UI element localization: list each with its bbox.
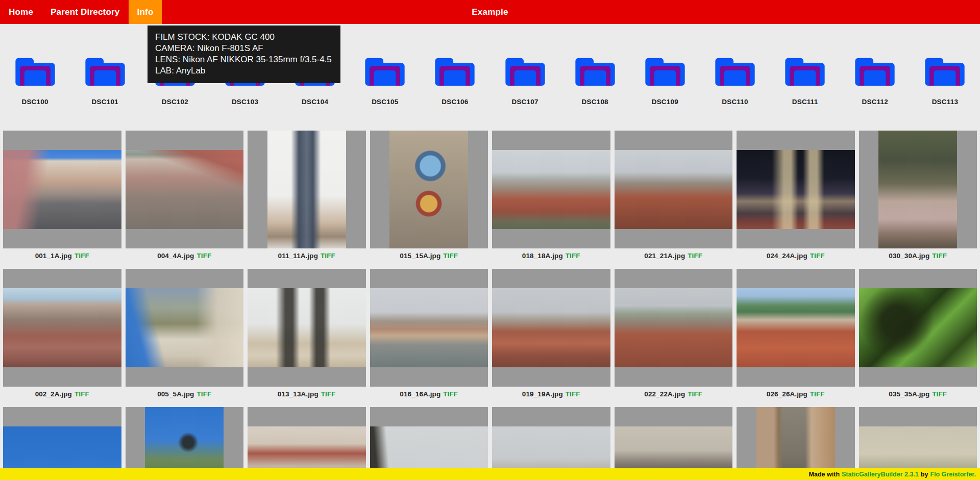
folder-icon — [85, 56, 125, 86]
photo-filename: 018_18A.jpg — [522, 252, 563, 260]
photo-format-link[interactable]: TIFF — [197, 390, 211, 398]
photo-image — [615, 288, 733, 367]
photo-image — [248, 288, 366, 367]
photo-image — [126, 288, 244, 367]
photo-caption: 011_11A.jpg TIFF — [248, 248, 366, 269]
nav-item-home[interactable]: Home — [0, 0, 42, 24]
photo-thumbnail[interactable] — [615, 131, 733, 248]
photo-filename: 002_2A.jpg — [35, 390, 72, 398]
folder-item[interactable]: DSC101 — [70, 56, 140, 106]
photo-format-link[interactable]: TIFF — [932, 390, 947, 398]
photo-format-link[interactable]: TIFF — [566, 252, 580, 260]
folder-item[interactable]: DSC109 — [630, 56, 700, 106]
photo-thumbnail[interactable] — [737, 131, 855, 248]
folder-label: DSC103 — [232, 98, 258, 106]
tooltip-line-lab: LAB: AnyLab — [155, 65, 332, 77]
photo-format-link[interactable]: TIFF — [75, 252, 89, 260]
photo-image — [389, 131, 468, 248]
photo-format-link[interactable]: TIFF — [443, 252, 458, 260]
photo-thumbnail[interactable] — [370, 269, 488, 387]
nav-item-info[interactable]: Info — [129, 0, 162, 24]
photo-format-link[interactable]: TIFF — [932, 252, 947, 260]
photo-format-link[interactable]: TIFF — [566, 390, 580, 398]
folder-item[interactable]: DSC108 — [560, 56, 630, 106]
footer-builder-link[interactable]: StaticGalleryBuilder 2.3.1 — [842, 471, 919, 478]
photo-filename: 035_35A.jpg — [889, 390, 929, 398]
photo-image — [126, 150, 244, 229]
photo-format-link[interactable]: TIFF — [810, 390, 825, 398]
footer-made-with-text: Made with — [809, 471, 840, 478]
footer-author-link[interactable]: Flo Greistorfer. — [930, 471, 976, 478]
folder-item[interactable]: DSC100 — [0, 56, 70, 106]
folder-item[interactable]: DSC107 — [490, 56, 560, 106]
folder-label: DSC105 — [372, 98, 398, 106]
folder-icon — [505, 56, 545, 86]
photo-cell: 016_16A.jpg TIFF — [370, 269, 488, 407]
folder-label: DSC108 — [582, 98, 608, 106]
photo-cell: 002_2A.jpg TIFF — [3, 269, 121, 407]
info-tooltip: FILM STOCK: KODAK GC 400 CAMERA: Nikon F… — [148, 26, 340, 83]
photo-thumbnail[interactable] — [370, 131, 488, 248]
photo-thumbnail[interactable] — [248, 269, 366, 387]
photo-image — [3, 150, 121, 229]
photo-format-link[interactable]: TIFF — [688, 252, 702, 260]
folder-label: DSC110 — [722, 98, 748, 106]
photo-caption: 005_5A.jpg TIFF — [126, 387, 244, 407]
photo-image — [859, 288, 977, 367]
photo-thumbnail[interactable] — [859, 131, 977, 248]
photo-image — [267, 131, 346, 248]
folder-item[interactable]: DSC111 — [770, 56, 840, 106]
folder-icon — [645, 56, 685, 86]
photo-grid: 001_1A.jpg TIFF 004_4A.jpg TIFF 011_11A.… — [0, 131, 980, 480]
photo-image — [878, 131, 957, 248]
folder-item[interactable]: DSC110 — [700, 56, 770, 106]
photo-thumbnail[interactable] — [126, 131, 244, 248]
photo-caption: 030_30A.jpg TIFF — [859, 248, 977, 269]
photo-cell: 022_22A.jpg TIFF — [615, 269, 733, 407]
photo-filename: 004_4A.jpg — [157, 252, 194, 260]
photo-format-link[interactable]: TIFF — [321, 390, 336, 398]
photo-filename: 030_30A.jpg — [889, 252, 929, 260]
photo-filename: 026_26A.jpg — [767, 390, 807, 398]
photo-filename: 021_21A.jpg — [644, 252, 685, 260]
folder-label: DSC102 — [162, 98, 188, 106]
folder-item[interactable]: DSC106 — [420, 56, 490, 106]
photo-thumbnail[interactable] — [492, 269, 610, 387]
photo-filename: 005_5A.jpg — [157, 390, 194, 398]
folder-label: DSC100 — [21, 98, 48, 106]
photo-format-link[interactable]: TIFF — [75, 390, 89, 398]
photo-caption: 004_4A.jpg TIFF — [126, 248, 244, 269]
photo-thumbnail[interactable] — [3, 269, 121, 387]
nav-item-parent-directory[interactable]: Parent Directory — [42, 0, 128, 24]
photo-caption: 015_15A.jpg TIFF — [370, 248, 488, 269]
photo-caption: 016_16A.jpg TIFF — [370, 387, 488, 407]
photo-image — [737, 150, 855, 229]
photo-format-link[interactable]: TIFF — [810, 252, 825, 260]
photo-filename: 013_13A.jpg — [278, 390, 318, 398]
photo-format-link[interactable]: TIFF — [688, 390, 702, 398]
photo-filename: 015_15A.jpg — [400, 252, 440, 260]
photo-cell: 001_1A.jpg TIFF — [3, 131, 121, 269]
folder-item[interactable]: DSC105 — [350, 56, 420, 106]
photo-format-link[interactable]: TIFF — [321, 252, 335, 260]
photo-caption: 019_19A.jpg TIFF — [492, 387, 610, 407]
photo-format-link[interactable]: TIFF — [197, 252, 211, 260]
folder-item[interactable]: DSC112 — [840, 56, 910, 106]
photo-thumbnail[interactable] — [248, 131, 366, 248]
folder-icon — [855, 56, 895, 86]
photo-image — [492, 288, 610, 367]
photo-format-link[interactable]: TIFF — [443, 390, 458, 398]
tooltip-line-film-stock: FILM STOCK: KODAK GC 400 — [155, 32, 332, 43]
photo-thumbnail[interactable] — [737, 269, 855, 387]
photo-thumbnail[interactable] — [859, 269, 977, 387]
tooltip-line-lens: LENS: Nikon AF NIKKOR 35-135mm f/3.5-4.5 — [155, 54, 332, 65]
photo-cell: 024_24A.jpg TIFF — [737, 131, 855, 269]
photo-thumbnail[interactable] — [615, 269, 733, 387]
folder-label: DSC101 — [92, 98, 118, 106]
photo-thumbnail[interactable] — [3, 131, 121, 248]
folder-icon — [435, 56, 475, 86]
page-title: Example — [472, 0, 508, 24]
photo-thumbnail[interactable] — [492, 131, 610, 248]
photo-thumbnail[interactable] — [126, 269, 244, 387]
folder-item[interactable]: DSC113 — [910, 56, 980, 106]
